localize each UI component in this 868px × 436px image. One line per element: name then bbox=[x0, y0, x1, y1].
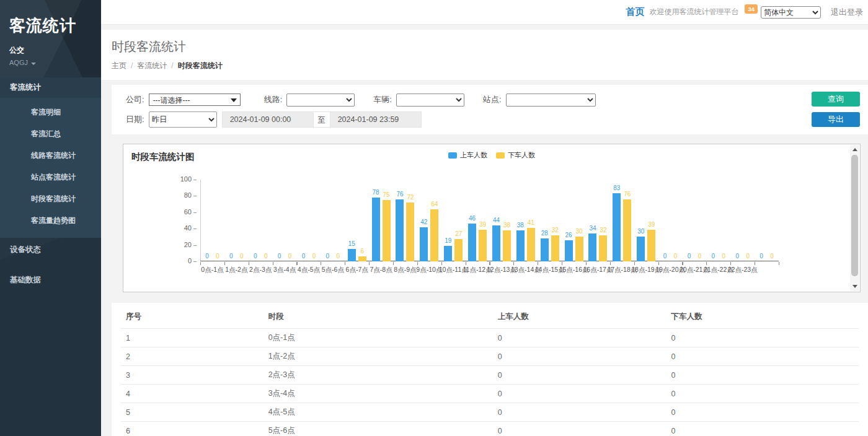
bar-上车人数[interactable] bbox=[613, 193, 621, 261]
scrollbar-thumb[interactable] bbox=[851, 155, 858, 276]
table-cell: 0 bbox=[666, 366, 859, 385]
bar-下车人数[interactable] bbox=[503, 230, 511, 261]
data-table-panel: 序号时段上车人数下车人数 10点-1点0021点-2点0032点-3点0043点… bbox=[112, 303, 868, 436]
bar-下车人数[interactable] bbox=[551, 235, 559, 261]
bar-上车人数[interactable] bbox=[444, 246, 452, 261]
bar-group: 463911点-12点 bbox=[466, 180, 490, 261]
query-button[interactable]: 查询 bbox=[812, 92, 860, 107]
bar-value-label: 38 bbox=[503, 222, 510, 229]
bar-value-label: 0 bbox=[302, 253, 306, 259]
breadcrumb-separator: / bbox=[131, 61, 133, 70]
bar-上车人数[interactable] bbox=[348, 249, 356, 261]
station-select[interactable] bbox=[506, 94, 596, 107]
table-cell: 0 bbox=[666, 403, 859, 422]
bar-group: 384113点-14点 bbox=[513, 180, 538, 261]
scroll-down-button[interactable] bbox=[850, 282, 859, 291]
sidebar-item-客流量趋势图[interactable]: 客流量趋势图 bbox=[0, 210, 101, 232]
notification-badge[interactable]: 34 bbox=[745, 4, 758, 14]
scroll-up-button[interactable] bbox=[850, 145, 859, 154]
sidebar-item-客流明细[interactable]: 客流明细 bbox=[0, 102, 101, 123]
bar-上车人数[interactable] bbox=[565, 240, 573, 261]
bar-上车人数[interactable] bbox=[372, 198, 380, 261]
bar-下车人数[interactable] bbox=[647, 230, 655, 261]
bar-下车人数[interactable] bbox=[623, 199, 631, 261]
legend-item-alighting[interactable]: 下车人数 bbox=[496, 150, 535, 160]
legend-label-alighting: 下车人数 bbox=[508, 150, 535, 160]
language-select[interactable]: 简体中文 bbox=[761, 6, 821, 19]
bar-group: 263015点-16点 bbox=[562, 180, 586, 261]
sidebar-section-客流统计[interactable]: 客流统计 bbox=[0, 77, 101, 98]
bar-group: 0020点-21点 bbox=[683, 180, 707, 261]
column-header-下车人数: 下车人数 bbox=[666, 304, 859, 329]
bar-上车人数[interactable] bbox=[541, 238, 549, 261]
bar-value-label: 83 bbox=[613, 185, 620, 191]
sidebar-item-时段客流统计[interactable]: 时段客流统计 bbox=[0, 188, 101, 210]
date-start-input[interactable]: 2024-01-09 00:00 bbox=[222, 111, 314, 128]
company-select[interactable]: ---请选择--- bbox=[149, 94, 241, 106]
breadcrumb-home[interactable]: 主页 bbox=[112, 61, 126, 70]
date-end-input[interactable]: 2024-01-09 23:59 bbox=[330, 111, 422, 128]
bar-value-label: 44 bbox=[493, 217, 500, 224]
home-link[interactable]: 首页 bbox=[626, 6, 644, 18]
legend-label-boarding: 上车人数 bbox=[460, 150, 487, 160]
account-dropdown[interactable]: AQGJ bbox=[9, 59, 101, 66]
sidebar-item-客流汇总[interactable]: 客流汇总 bbox=[0, 123, 101, 145]
sidebar-item-线路客流统计[interactable]: 线路客流统计 bbox=[0, 145, 101, 167]
x-axis-category-label: 6点-7点 bbox=[346, 266, 368, 274]
bar-上车人数[interactable] bbox=[492, 225, 500, 261]
table-body: 10点-1点0021点-2点0032点-3点0043点-4点0054点-5点00… bbox=[121, 329, 859, 436]
bar-下车人数[interactable] bbox=[430, 209, 438, 261]
bar-下车人数[interactable] bbox=[358, 256, 366, 261]
legend-item-boarding[interactable]: 上车人数 bbox=[448, 150, 487, 160]
x-axis-category-label: 7点-8点 bbox=[370, 266, 392, 274]
bar-上车人数[interactable] bbox=[396, 199, 404, 261]
table-cell: 0 bbox=[493, 385, 666, 403]
bar-下车人数[interactable] bbox=[599, 235, 607, 261]
vehicle-select[interactable] bbox=[396, 94, 464, 107]
bar-value-label: 78 bbox=[373, 189, 379, 196]
bar-value-label: 76 bbox=[396, 191, 403, 198]
dropdown-arrow-icon bbox=[231, 98, 237, 102]
sidebar-item-基础数据[interactable]: 基础数据 bbox=[0, 268, 101, 292]
bar-group: 005点-6点 bbox=[321, 180, 345, 261]
bar-group: 78757点-8点 bbox=[369, 180, 393, 261]
bar-group: 0022点-23点 bbox=[730, 180, 755, 261]
bar-上车人数[interactable] bbox=[468, 224, 476, 261]
bar-group: 001点-2点 bbox=[224, 180, 249, 261]
bar-value-label: 32 bbox=[552, 227, 559, 233]
bar-value-label: 46 bbox=[469, 215, 476, 222]
export-button[interactable]: 导出 bbox=[812, 112, 860, 127]
table-row: 10点-1点00 bbox=[121, 329, 859, 347]
bar-下车人数[interactable] bbox=[527, 228, 535, 261]
logout-link[interactable]: 退出登录 bbox=[831, 7, 863, 18]
bar-value-label: 6 bbox=[360, 248, 364, 255]
bar-下车人数[interactable] bbox=[383, 200, 391, 261]
chart-legend: 上车人数 下车人数 bbox=[448, 150, 535, 160]
line-select[interactable] bbox=[286, 94, 355, 107]
table-cell: 5 bbox=[121, 403, 264, 422]
breadcrumb-section[interactable]: 客流统计 bbox=[137, 61, 167, 70]
sidebar-item-站点客流统计[interactable]: 站点客流统计 bbox=[0, 167, 101, 188]
bar-下车人数[interactable] bbox=[454, 239, 463, 261]
bar-value-label: 0 bbox=[254, 253, 257, 259]
table-cell: 1 bbox=[121, 329, 264, 347]
bar-下车人数[interactable] bbox=[406, 203, 414, 261]
sidebar-item-设备状态[interactable]: 设备状态 bbox=[0, 238, 101, 262]
y-axis-tick-label: 40 bbox=[173, 224, 192, 232]
line-label: 线路: bbox=[264, 94, 283, 105]
bar-上车人数[interactable] bbox=[637, 237, 645, 261]
bar-下车人数[interactable] bbox=[575, 237, 583, 261]
bar-上车人数[interactable] bbox=[420, 227, 428, 261]
bar-上车人数[interactable] bbox=[588, 233, 596, 261]
date-preset-select[interactable]: 昨日 bbox=[149, 111, 217, 128]
bar-下车人数[interactable] bbox=[479, 230, 487, 261]
breadcrumb-current: 时段客流统计 bbox=[178, 61, 223, 70]
bar-上车人数[interactable] bbox=[516, 230, 525, 261]
table-row: 32点-3点00 bbox=[121, 366, 859, 385]
chart-scrollbar[interactable] bbox=[850, 145, 859, 291]
table-row: 54点-5点00 bbox=[121, 403, 859, 422]
legend-swatch-alighting bbox=[496, 152, 505, 159]
legend-swatch-boarding bbox=[448, 152, 457, 159]
scroll-down-icon bbox=[852, 285, 857, 288]
bar-value-label: 75 bbox=[383, 191, 390, 198]
